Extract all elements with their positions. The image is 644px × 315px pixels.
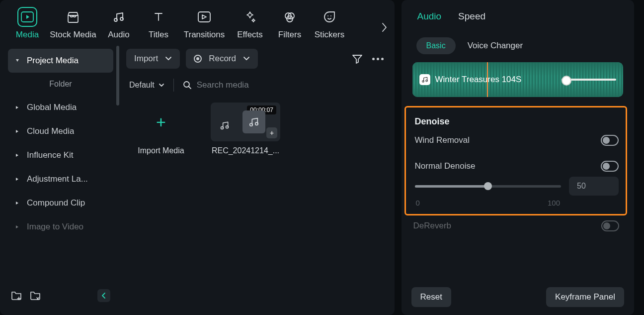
tab-audio[interactable]: Audio (416, 8, 443, 30)
slider-fill (415, 185, 488, 188)
chevron-down-icon (14, 58, 21, 63)
sidebar-scrollbar[interactable] (116, 46, 119, 105)
svg-point-3 (120, 17, 123, 20)
nav-label: Stickers (315, 30, 344, 40)
store-icon (63, 7, 83, 27)
record-dropdown[interactable]: Record (186, 49, 258, 69)
sort-label: Default (129, 81, 155, 90)
search-input[interactable] (197, 80, 306, 90)
nav-stickers[interactable]: Stickers (312, 7, 347, 40)
nav-label: Media (16, 30, 39, 40)
properties-panel: Audio Speed Basic Voice Changer Winter T… (402, 0, 635, 315)
audio-subtabs: Basic Voice Changer (402, 32, 635, 59)
slider-range: 0 100 (415, 199, 562, 207)
subtab-voice-changer[interactable]: Voice Changer (468, 41, 523, 51)
nav-transitions[interactable]: Transitions (181, 7, 228, 40)
media-tile[interactable]: 00:00:07 + REC_20241214_... (211, 103, 280, 155)
media-grid: + Import Media 00:00:07 + REC_20241214_.… (126, 99, 386, 155)
nav-label: Transitions (184, 30, 225, 40)
nav-label: Effects (237, 30, 263, 40)
normal-denoise-toggle[interactable] (601, 161, 619, 172)
denoise-value[interactable]: 50 (569, 177, 619, 196)
chevron-down-icon (243, 56, 250, 61)
wind-removal-row: Wind Removal (415, 135, 619, 146)
chevron-right-icon (14, 129, 21, 134)
sidebar-adjustment-layer[interactable]: Adjustment La... (8, 167, 113, 191)
more-menu[interactable] (371, 51, 386, 66)
svg-point-11 (226, 126, 229, 128)
wind-removal-toggle[interactable] (601, 135, 619, 146)
sidebar-influence-kit[interactable]: Influence Kit (8, 143, 113, 167)
nav-label: Stock Media (50, 30, 96, 40)
svg-point-9 (184, 82, 189, 87)
denoise-slider[interactable] (415, 185, 562, 188)
import-tile[interactable]: + Import Media (126, 103, 196, 155)
nav-effects[interactable]: Effects (233, 7, 267, 40)
nav-titles[interactable]: Titles (141, 7, 176, 40)
wind-removal-label: Wind Removal (415, 135, 470, 145)
subtab-basic[interactable]: Basic (416, 37, 456, 54)
sidebar-label: Project Media (27, 56, 79, 66)
tile-label: REC_20241214_... (212, 146, 279, 155)
denoise-slider-row: 50 (415, 177, 619, 196)
chevron-right-icon (14, 201, 21, 206)
track-title: Winter Treasures 104S (435, 75, 522, 85)
denoise-title: Denoise (415, 116, 619, 127)
zoom-slider[interactable] (562, 79, 616, 81)
nav-label: Filters (278, 30, 301, 40)
dereverb-toggle[interactable] (601, 220, 619, 231)
nav-filters[interactable]: Filters (272, 7, 307, 40)
collapse-sidebar-button[interactable] (97, 289, 110, 302)
delete-folder-icon[interactable] (30, 290, 41, 302)
svg-marker-5 (202, 15, 206, 19)
slider-max: 100 (548, 199, 560, 207)
search-row: Default (126, 76, 386, 99)
svg-marker-1 (26, 15, 29, 19)
svg-point-2 (114, 18, 117, 21)
slider-min: 0 (416, 199, 420, 207)
property-tabs: Audio Speed (402, 0, 635, 32)
music-icon (242, 110, 265, 133)
nav-label: Audio (108, 30, 129, 40)
record-icon (194, 55, 202, 63)
normal-denoise-row: Normal Denoise (415, 161, 619, 172)
svg-point-10 (221, 127, 224, 129)
sidebar-label: Global Media (27, 103, 77, 112)
import-label: Import (134, 54, 158, 64)
nav-audio[interactable]: Audio (101, 7, 136, 40)
import-dropdown[interactable]: Import (126, 49, 180, 69)
sort-dropdown[interactable]: Default (127, 81, 164, 90)
sidebar-label: Compound Clip (27, 198, 85, 208)
nav-scroll-right[interactable] (377, 20, 392, 35)
sidebar-global-media[interactable]: Global Media (8, 96, 113, 119)
add-to-timeline-button[interactable]: + (266, 127, 277, 138)
transitions-icon (194, 7, 214, 27)
top-nav: Media Stock Media Audio Titles Transitio… (0, 0, 395, 44)
search-box[interactable] (183, 80, 306, 90)
chevron-right-icon (14, 153, 21, 158)
keyframe-panel-button[interactable]: Keyframe Panel (546, 287, 624, 307)
sidebar-folder-header: Folder (8, 73, 113, 96)
audio-waveform[interactable]: Winter Treasures 104S (412, 62, 624, 97)
library-panel: Media Stock Media Audio Titles Transitio… (0, 0, 395, 315)
nav-stock-media[interactable]: Stock Media (50, 7, 96, 40)
tab-speed[interactable]: Speed (457, 8, 486, 30)
slider-thumb[interactable] (484, 182, 492, 190)
reset-button[interactable]: Reset (411, 287, 451, 307)
text-icon (149, 7, 168, 27)
import-thumb[interactable]: + (126, 103, 196, 141)
sidebar-label: Cloud Media (27, 126, 74, 136)
filter-icon[interactable] (350, 51, 365, 66)
dots-icon (372, 58, 384, 60)
music-icon (109, 7, 129, 27)
new-folder-icon[interactable] (11, 290, 22, 302)
sidebar-cloud-media[interactable]: Cloud Media (8, 119, 113, 143)
sidebar-image-to-video[interactable]: Image to Video (8, 215, 113, 239)
chevron-right-icon (14, 177, 21, 182)
sidebar-label: Adjustment La... (27, 174, 88, 184)
divider (173, 79, 174, 92)
nav-media[interactable]: Media (10, 7, 45, 40)
sidebar-project-media[interactable]: Project Media (8, 49, 113, 73)
media-thumb[interactable]: 00:00:07 + (211, 103, 280, 141)
sidebar-compound-clip[interactable]: Compound Clip (8, 191, 113, 215)
